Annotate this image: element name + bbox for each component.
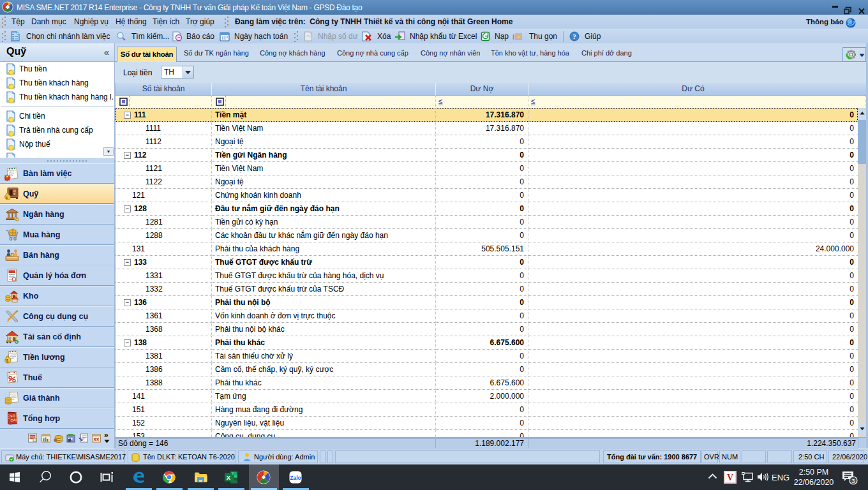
svg-text:X: X (227, 474, 231, 481)
svg-text:3: 3 (851, 477, 855, 484)
svg-text:$: $ (6, 359, 9, 364)
svg-text:i: i (513, 32, 515, 41)
svg-text:?: ? (572, 33, 576, 40)
svg-text:Zalo: Zalo (290, 475, 301, 481)
svg-text:SỔ: SỔ (10, 414, 16, 418)
svg-text:CÁI: CÁI (10, 418, 17, 422)
